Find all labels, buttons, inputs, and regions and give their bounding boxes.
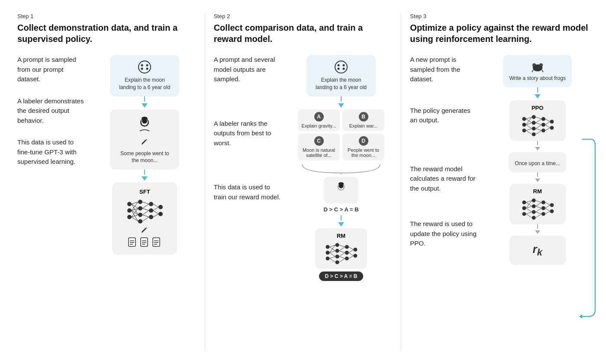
step3-prompt-text: Write a story about frogs — [509, 75, 566, 82]
arrow2a — [338, 103, 344, 108]
step2-text3: This data is used to train our reward mo… — [214, 182, 283, 202]
svg-line-87 — [349, 247, 354, 249]
output-a: A Explain gravity... — [298, 109, 340, 131]
output-a-text: Explain gravity... — [301, 123, 336, 128]
svg-line-141 — [526, 208, 532, 212]
svg-line-80 — [329, 258, 335, 262]
svg-line-118 — [535, 125, 541, 128]
step2-diagram: Explain the moon landing to a 6 year old… — [290, 55, 393, 284]
brace-icon — [298, 162, 384, 175]
ppo-label: PPO — [516, 105, 560, 111]
svg-point-130 — [532, 210, 535, 214]
joystick2-icon — [313, 60, 370, 74]
step2-title: Collect comparison data, and train a rew… — [214, 22, 393, 45]
svg-point-20 — [158, 212, 163, 216]
person2-icon — [327, 180, 355, 199]
svg-line-86 — [339, 258, 345, 262]
arrow3a — [535, 94, 541, 99]
svg-point-18 — [149, 215, 153, 219]
svg-point-107 — [550, 126, 554, 130]
svg-point-129 — [532, 204, 535, 208]
step1-title: Collect demonstration data, and train a … — [17, 22, 196, 45]
svg-point-97 — [522, 123, 526, 127]
svg-line-34 — [142, 211, 149, 215]
step2-text-col: A prompt and several model outputs are s… — [214, 55, 283, 284]
svg-line-121 — [545, 119, 550, 121]
step3-label: Step 3 — [410, 13, 589, 19]
svg-line-149 — [535, 214, 541, 217]
reward-label: rk — [516, 243, 559, 258]
svg-point-133 — [542, 206, 545, 210]
svg-point-69 — [345, 245, 349, 249]
svg-point-105 — [542, 128, 545, 132]
svg-point-71 — [345, 256, 349, 260]
step2-text2: A labeler ranks the outputs from best to… — [214, 119, 283, 148]
svg-rect-41 — [129, 238, 135, 246]
svg-point-132 — [542, 200, 545, 204]
arrow3c — [535, 179, 540, 182]
svg-line-112 — [526, 125, 532, 128]
svg-line-152 — [545, 208, 550, 211]
step3-text4: The reward is used to update the policy … — [410, 219, 479, 249]
svg-point-9 — [127, 202, 132, 206]
step2-outputs-grid: A Explain gravity... B Explain war... C … — [298, 109, 384, 160]
arrow3a-line — [537, 87, 538, 93]
arrow2a-line — [341, 96, 342, 102]
svg-point-94 — [533, 64, 535, 66]
svg-point-125 — [522, 200, 526, 204]
svg-line-114 — [526, 131, 532, 134]
arrow1b-line — [144, 169, 145, 175]
svg-point-8 — [142, 117, 148, 120]
svg-line-83 — [339, 251, 345, 252]
step3-diagram: Write a story about frogs PPO — [486, 55, 589, 265]
svg-line-143 — [526, 214, 532, 217]
svg-point-63 — [326, 251, 329, 255]
svg-line-37 — [153, 204, 158, 207]
svg-line-78 — [329, 252, 335, 256]
svg-line-39 — [153, 211, 158, 214]
step2-prompt-card: Explain the moon landing to a 6 year old — [306, 55, 376, 96]
svg-point-95 — [540, 64, 542, 66]
ppo-nn-icon — [520, 113, 555, 137]
step3-output-text: Once upon a time... — [515, 160, 560, 167]
svg-point-19 — [158, 205, 163, 209]
main-container: Step 1 Collect demonstration data, and t… — [0, 0, 606, 364]
svg-point-2 — [146, 64, 148, 67]
svg-point-3 — [141, 68, 143, 70]
step3-text-col: A new prompt is sampled from the dataset… — [410, 55, 479, 265]
output-a-label: A — [314, 112, 324, 121]
step3-rm-card: RM — [509, 184, 566, 224]
step2-label: Step 2 — [214, 13, 393, 19]
arrow1a — [142, 103, 148, 108]
svg-point-96 — [522, 117, 526, 121]
svg-line-81 — [339, 245, 345, 246]
svg-line-145 — [535, 202, 541, 206]
svg-point-106 — [550, 120, 554, 124]
svg-line-79 — [329, 256, 335, 258]
svg-point-136 — [550, 209, 554, 213]
svg-line-38 — [153, 207, 158, 211]
step3-ppo-card: PPO — [509, 100, 566, 141]
svg-point-104 — [542, 123, 545, 127]
output-b-label: B — [359, 112, 368, 121]
svg-point-65 — [335, 243, 339, 247]
step3-prompt-card: Write a story about frogs — [503, 55, 572, 87]
svg-point-127 — [522, 212, 526, 216]
svg-line-123 — [545, 125, 550, 128]
svg-line-148 — [535, 212, 541, 214]
person-icon — [116, 115, 173, 136]
svg-point-10 — [127, 208, 132, 213]
svg-line-82 — [339, 247, 345, 251]
step2-text1: A prompt and several model outputs are s… — [214, 55, 283, 84]
arrow2b-line — [341, 215, 342, 220]
svg-point-62 — [326, 245, 329, 249]
step1-sft-card: SFT — [112, 182, 177, 255]
step1-text1: A prompt is sampled from our prompt data… — [17, 55, 87, 84]
arrow3d-line — [537, 224, 538, 229]
arrow1a-line — [144, 96, 145, 102]
svg-marker-154 — [579, 314, 582, 319]
svg-point-72 — [353, 248, 357, 252]
svg-point-101 — [532, 127, 535, 131]
svg-line-146 — [535, 206, 541, 208]
rm-label: RM — [321, 233, 361, 239]
